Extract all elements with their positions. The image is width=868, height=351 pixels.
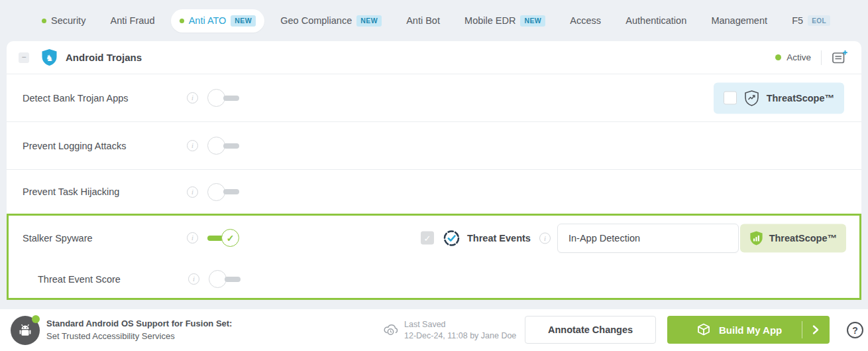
- feature-label: Prevent Task Hijacking: [23, 186, 187, 197]
- top-nav: Security Anti Fraud Anti ATO NEW Geo Com…: [0, 0, 868, 41]
- highlighted-selection-region: Stalker Spyware i ✓ ✓ Threat Events i In…: [7, 214, 861, 300]
- threatscope-active-button[interactable]: ThreatScope™: [740, 224, 846, 252]
- tab-label: Geo Compliance: [280, 15, 352, 26]
- detect-bank-trojan-toggle[interactable]: [207, 89, 239, 107]
- feature-label: Prevent Logging Attacks: [23, 141, 187, 151]
- tab-anti-bot[interactable]: Anti Bot: [398, 9, 449, 32]
- divider: [821, 50, 822, 65]
- fusion-set-title: Standard Android OS Support for Fusion S…: [46, 317, 232, 330]
- tab-access[interactable]: Access: [561, 9, 610, 32]
- detection-mode-dropdown[interactable]: In-App Detection: [557, 224, 739, 253]
- info-icon[interactable]: i: [187, 92, 198, 104]
- threat-events-label: Threat Events: [467, 233, 531, 244]
- tab-f5[interactable]: F5 EOL: [783, 9, 839, 32]
- tab-mobile-edr[interactable]: Mobile EDR NEW: [456, 9, 554, 33]
- threatscope-option: ThreatScope™: [714, 82, 844, 113]
- green-status-dot: [42, 19, 46, 23]
- tab-label: Anti ATO: [189, 15, 227, 26]
- tab-management[interactable]: Management: [702, 9, 776, 32]
- add-note-icon[interactable]: [832, 50, 848, 66]
- divider: [802, 321, 802, 338]
- toggle-knob: ✓: [221, 229, 239, 247]
- tab-label: Anti Fraud: [111, 15, 155, 26]
- feature-label: Threat Event Score: [38, 274, 188, 285]
- annotate-changes-button[interactable]: Annotate Changes: [525, 316, 656, 344]
- tab-authentication[interactable]: Authentication: [617, 9, 695, 32]
- tab-label: Anti Bot: [406, 15, 440, 26]
- cloud-saved-icon: [383, 322, 400, 339]
- info-icon[interactable]: i: [187, 186, 198, 198]
- feature-row-detect-bank-trojan-apps: Detect Bank Trojan Apps i ThreatScope™: [7, 74, 861, 122]
- build-cube-icon: [696, 322, 711, 337]
- tab-label: F5: [792, 15, 803, 26]
- new-badge: NEW: [520, 15, 545, 27]
- feature-row-threat-event-score: Threat Event Score i: [9, 260, 859, 298]
- toggle-knob: [207, 183, 225, 201]
- toggle-track: [223, 143, 239, 149]
- threat-events-checkbox[interactable]: ✓: [421, 232, 434, 245]
- trojan-shield-icon: ♞: [41, 48, 58, 66]
- toggle-knob: [209, 270, 227, 288]
- tab-label: Security: [51, 15, 85, 26]
- toggle-knob: [207, 137, 225, 155]
- page-title: Android Trojans: [66, 52, 142, 63]
- new-badge: NEW: [231, 15, 256, 27]
- build-my-app-button[interactable]: Build My App: [667, 316, 830, 344]
- fusion-set-subtitle: Set Trusted Accessibility Services: [46, 330, 232, 342]
- dropdown-value: In-App Detection: [569, 233, 640, 244]
- threatscope-label: ThreatScope™: [769, 233, 837, 244]
- active-status-dot: [775, 54, 781, 60]
- eol-badge: EOL: [808, 15, 830, 26]
- stalker-spyware-toggle[interactable]: ✓: [207, 229, 239, 247]
- toggle-track: [223, 96, 239, 101]
- threatscope-shield-icon: [749, 230, 763, 246]
- build-my-app-label: Build My App: [719, 324, 782, 336]
- toggle-track: [223, 189, 239, 194]
- fusion-set-info: Standard Android OS Support for Fusion S…: [46, 317, 232, 342]
- toggle-track: [225, 277, 241, 282]
- threatscope-shield-icon: [744, 90, 759, 106]
- prevent-logging-toggle[interactable]: [207, 137, 239, 155]
- android-status-dot: [32, 315, 40, 323]
- threat-events-group: ✓ Threat Events i: [421, 229, 551, 247]
- feature-label: Stalker Spyware: [23, 233, 187, 244]
- tab-anti-ato[interactable]: Anti ATO NEW: [171, 9, 264, 33]
- tab-label: Management: [711, 15, 767, 26]
- threat-event-score-toggle[interactable]: [209, 270, 241, 288]
- status-badge: Active: [787, 52, 811, 62]
- feature-row-prevent-task-hijacking: Prevent Task Hijacking i: [7, 170, 861, 214]
- android-trojans-card: − ♞ Android Trojans Active: [7, 41, 861, 300]
- svg-text:♞: ♞: [46, 53, 54, 63]
- chevron-right-icon[interactable]: [812, 324, 820, 335]
- last-saved-detail: 12-Dec-24, 11:08 by Jane Doe: [404, 330, 516, 342]
- collapse-icon[interactable]: −: [19, 52, 29, 63]
- info-icon[interactable]: i: [187, 140, 198, 151]
- annotate-changes-label: Annotate Changes: [548, 324, 633, 335]
- feature-label: Detect Bank Trojan Apps: [23, 93, 187, 104]
- tab-label: Mobile EDR: [464, 15, 515, 26]
- info-icon[interactable]: i: [539, 232, 551, 244]
- card-header: − ♞ Android Trojans Active: [7, 41, 861, 74]
- feature-row-stalker-spyware: Stalker Spyware i ✓ ✓ Threat Events i In…: [9, 216, 859, 260]
- help-icon[interactable]: ?: [847, 322, 863, 338]
- prevent-task-hijacking-toggle[interactable]: [207, 183, 239, 201]
- threatscope-checkbox[interactable]: [724, 92, 737, 105]
- tab-anti-fraud[interactable]: Anti Fraud: [102, 9, 164, 32]
- feature-row-prevent-logging-attacks: Prevent Logging Attacks i: [7, 122, 861, 170]
- threat-events-icon: [443, 229, 461, 247]
- tab-geo-compliance[interactable]: Geo Compliance NEW: [272, 9, 390, 33]
- new-badge: NEW: [356, 15, 382, 27]
- footer-bar: Standard Android OS Support for Fusion S…: [0, 309, 868, 351]
- last-saved-label: Last Saved: [404, 319, 516, 330]
- info-icon[interactable]: i: [187, 232, 198, 244]
- last-saved-info: Last Saved 12-Dec-24, 11:08 by Jane Doe: [404, 319, 516, 342]
- tab-label: Access: [570, 15, 601, 26]
- threatscope-label: ThreatScope™: [767, 93, 834, 104]
- tab-label: Authentication: [625, 15, 686, 26]
- toggle-knob: [207, 89, 225, 107]
- green-status-dot: [180, 19, 184, 23]
- tab-security[interactable]: Security: [33, 9, 94, 32]
- info-icon[interactable]: i: [188, 273, 199, 285]
